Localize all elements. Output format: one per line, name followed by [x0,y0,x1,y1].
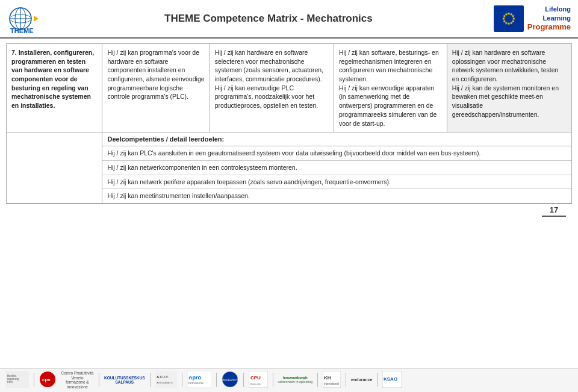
footer-logo-kh: KHInternational [323,371,341,389]
main-content: 7. Installeren, configureren, programmer… [0,39,578,220]
footer-logo-salpaus: KOULUTUSSKESKUSSALPAUS [104,376,145,385]
page-header: THEME THEME Competence Matrix - Mechatro… [0,0,578,39]
footer-divider-10 [377,373,378,387]
footer-divider-7 [273,373,273,387]
col-level2: Hij / zij kan hardware en software selec… [210,44,334,132]
col-level4: Hij / zij kan hardware en software oplos… [447,44,571,132]
page-title: THEME Competence Matrix - Mechatronics [43,13,494,25]
footer: Bezirks-regierungKöln cpv Centro Produtt… [0,368,578,392]
competence-table-bottom: Deelcompetenties / detail leerdoelen: Hi… [6,132,572,204]
eu-stars-icon [494,5,524,32]
svg-text:A.C.I.T.: A.C.I.T. [157,375,169,379]
svg-marker-6 [34,16,39,22]
footer-logo-bezirk: Bezirks-regierungKöln [6,371,29,389]
col-level3: Hij / zij kan software, besturings- en r… [334,44,447,132]
footer-logo-apro: Aproformazione [187,371,211,389]
detail-rows-container: Hij / zij kan PLC's aansluiten in een ge… [102,146,571,203]
intro-text: 7. Installeren, configureren, programmer… [11,48,97,110]
deelcomp-section: Deelcompetenties / detail leerdoelen: Hi… [102,132,571,204]
col3-text: Hij / zij kan software, besturings- en r… [339,48,442,128]
theme-globe-icon: THEME [7,4,43,34]
footer-logo-centro: Centro Produttività Venetoformazione & i… [61,371,94,390]
svg-text:THEME: THEME [10,27,34,34]
bottom-header: Deelcompetenties / detail leerdoelen: Hi… [7,132,571,204]
svg-text:UNIVERSITY: UNIVERSITY [222,378,238,382]
page-number-block: 17 [542,205,566,217]
detail-row-1: Hij / zij kan PLC's aansluiten in een ge… [102,146,571,161]
logo-left: THEME [7,4,43,34]
footer-logo-cpu: CPUUniversità [249,371,268,389]
svg-text:Apro: Apro [188,375,201,381]
svg-rect-7 [494,5,524,32]
footer-logo-cpv: cpv [39,371,56,389]
col2-text: Hij / zij kan hardware en software selec… [215,48,329,110]
detail-row-2: Hij / zij kan netwerkcomponenten in een … [102,161,571,175]
col-level1: Hij / zij kan programma's voor de hardwa… [102,44,210,132]
bottom-left-spacer [7,132,102,204]
competence-table-top: 7. Installeren, configureren, programmer… [6,43,572,132]
logo-right: Lifelong Learning Programme [494,5,571,32]
footer-logo-acit: A.C.I.T.ARTIGIANATO [155,371,177,389]
detail-row-3: Hij / zij kan netwerk perifere apparaten… [102,175,571,190]
svg-text:CPU: CPU [250,375,261,381]
footer-divider-3 [150,373,151,387]
deelcomp-header: Deelcompetenties / detail leerdoelen: [102,132,571,146]
footer-divider-1 [34,373,34,387]
page-number-area: 17 [6,204,572,218]
page-number-line [542,216,566,217]
footer-divider-2 [99,373,99,387]
svg-text:KSAO: KSAO [384,376,397,382]
lifelong-learning-label: Lifelong Learning Programme [527,5,571,32]
footer-logo-endurance: endurance [351,378,372,382]
footer-logo-university: UNIVERSITY [222,371,238,389]
svg-text:formazione: formazione [188,381,204,385]
col4-text: Hij / zij kan hardware en software oplos… [452,48,567,119]
col-intro: 7. Installeren, configureren, programmer… [7,44,102,132]
footer-divider-9 [346,373,346,387]
col1-text: Hij / zij kan programma's voor de hardwa… [107,48,204,101]
svg-text:ARTIGIANATO: ARTIGIANATO [157,381,173,384]
footer-divider-4 [182,373,182,387]
footer-divider-6 [243,373,244,387]
svg-text:Köln: Köln [7,381,13,384]
footer-divider-5 [216,373,217,387]
page-number: 17 [542,205,566,214]
svg-rect-26 [155,371,177,388]
footer-logo-leeuwenborgh: leeuwenborghvakmensen in opleiding [278,376,312,384]
footer-divider-8 [317,373,318,387]
footer-logo-ksao: KSAO [382,371,402,389]
svg-text:Università: Università [250,382,261,385]
svg-text:KH: KH [324,375,331,381]
svg-text:International: International [324,382,339,385]
svg-text:cpv: cpv [42,377,51,382]
detail-row-4: Hij / zij kan meetinstrumenten instellen… [102,189,571,203]
